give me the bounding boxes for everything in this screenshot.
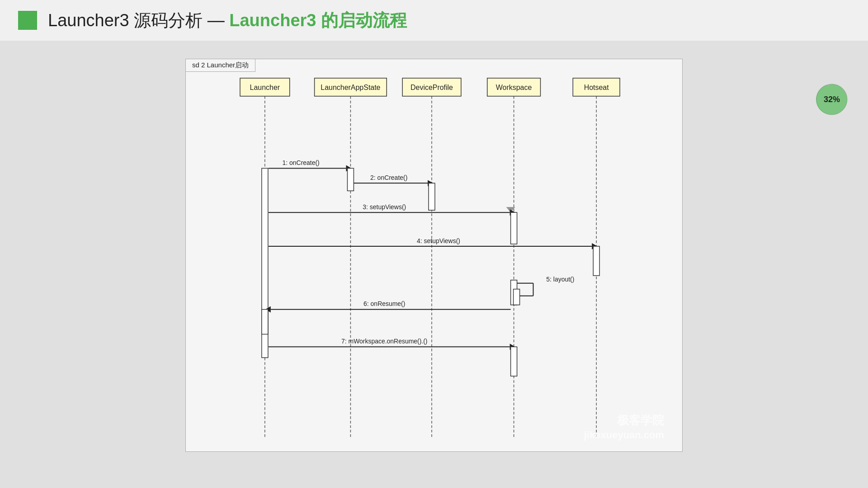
svg-rect-26 [511,212,517,244]
svg-text:4: setupViews(): 4: setupViews() [417,237,460,244]
progress-indicator: 32% [814,81,850,117]
svg-text:1: onCreate(): 1: onCreate() [283,159,320,166]
svg-text:DeviceProfile: DeviceProfile [410,84,453,91]
svg-rect-42 [262,310,268,334]
svg-text:Hotseat: Hotseat [584,84,609,91]
svg-text:6: onResume(): 6: onResume() [363,300,405,307]
header: Launcher3 源码分析 — Launcher3 的启动流程 [0,0,868,41]
svg-text:2: onCreate(): 2: onCreate() [370,174,407,181]
svg-text:Workspace: Workspace [496,84,532,91]
title-highlight: Launcher3 的启动流程 [229,11,407,30]
svg-rect-38 [514,289,520,305]
svg-text:LauncherAppState: LauncherAppState [321,84,380,91]
watermark-en: jikexueyuan.com [584,428,664,442]
title-prefix: Launcher3 源码分析 — [48,11,229,30]
svg-text:7: mWorkspace.onResume().(): 7: mWorkspace.onResume().() [341,338,428,345]
svg-rect-18 [347,168,354,191]
svg-text:32%: 32% [824,95,840,104]
svg-text:Launcher: Launcher [250,84,280,91]
svg-text:5: layout(): 5: layout() [546,276,574,283]
diagram-svg: Launcher LauncherAppState DeviceProfile … [186,59,682,451]
page-title: Launcher3 源码分析 — Launcher3 的启动流程 [48,9,407,32]
svg-rect-30 [593,246,599,276]
svg-text:3: setupViews(): 3: setupViews() [363,203,406,211]
watermark-cn: 极客学院 [584,412,664,428]
main-content: sd 2 Launcher启动 Launcher LauncherAppStat… [0,41,868,488]
header-square [18,11,37,30]
sequence-diagram: sd 2 Launcher启动 Launcher LauncherAppStat… [185,59,683,452]
watermark: 极客学院 jikexueyuan.com [584,412,664,442]
svg-rect-22 [429,183,435,210]
svg-rect-46 [511,347,517,376]
